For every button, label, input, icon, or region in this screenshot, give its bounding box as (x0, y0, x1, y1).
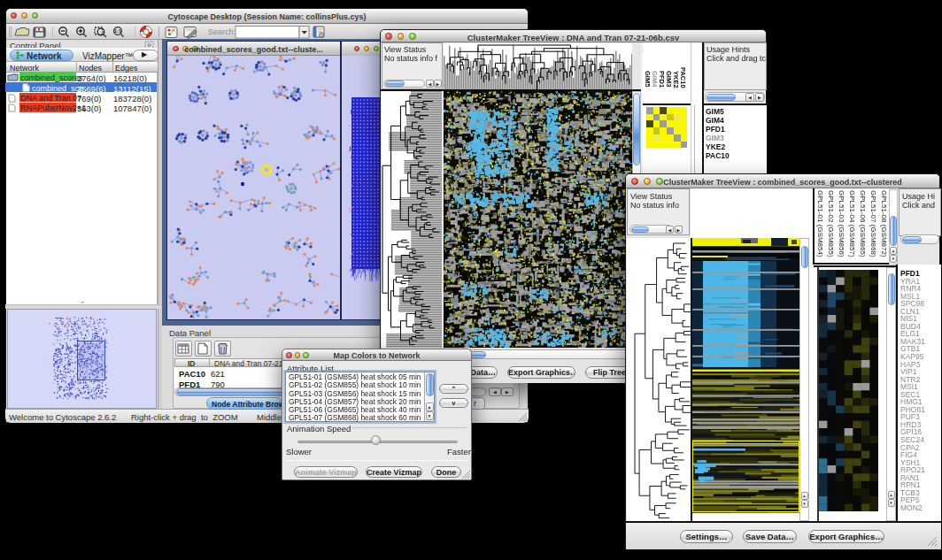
svg-text:1:1: 1:1 (114, 28, 121, 34)
